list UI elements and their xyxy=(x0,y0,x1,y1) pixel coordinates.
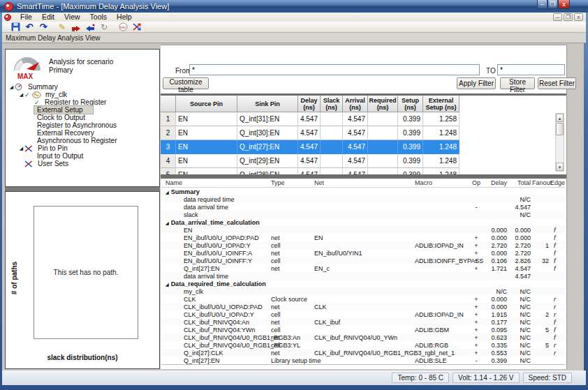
mdi-close-button[interactable]: x xyxy=(574,13,583,21)
detail-data-row[interactable]: EN_ibuf/U0/U_IOINFF:AnetEN_ibuf/U0/YIN1+… xyxy=(161,249,566,257)
scroll-down-arrow[interactable]: ▼ xyxy=(556,163,564,171)
detail-data-row[interactable]: CLK_ibuf_RNIVQ04/U0_RGB1_RGB3:AnnetCLK_i… xyxy=(161,333,566,341)
cross-icon xyxy=(24,160,35,167)
menu-help[interactable]: Help xyxy=(112,13,137,22)
detail-edge-cell: r xyxy=(550,311,565,318)
paths-table-row-1[interactable]: 1ENQ_int[31]:EN4.5474.5470.3991.258 xyxy=(161,112,566,126)
section-expander-icon[interactable]: ◢ xyxy=(166,283,169,287)
detail-op-cell: + xyxy=(470,319,483,326)
scroll-up-arrow[interactable]: ▲ xyxy=(556,114,564,122)
detail-fanout-cell: 5 xyxy=(531,342,550,349)
detail-section-row[interactable]: ◢Data_arrival_time_calculation xyxy=(161,218,566,226)
statusbar: Temp: 0 - 85 C Volt: 1.14 - 1.26 V Speed… xyxy=(2,370,586,385)
menu-tools[interactable]: Tools xyxy=(85,13,112,22)
expander-icon[interactable]: ◢ xyxy=(18,92,24,98)
detail-data-row[interactable]: EN_ibuf/U0/U_IOPAD:PADnetEN+0.0000.000f xyxy=(161,234,566,241)
min-badge-icon[interactable]: min xyxy=(117,22,129,32)
detail-data-row[interactable]: Q_int[27]:CLKnetCLK_ibuf_RNIVQ04/U0_RGB1… xyxy=(161,349,566,357)
close-button[interactable]: x xyxy=(558,0,570,9)
tree-item-asynchronous-to-register[interactable]: Asynchronous to Register xyxy=(6,137,159,144)
apply-filter-button[interactable]: Apply Filter xyxy=(457,77,496,89)
tree-item-summary[interactable]: ◢Summary xyxy=(6,83,159,91)
detail-section-row[interactable]: ◢Summary xyxy=(161,188,566,195)
paths-table-row-5[interactable]: 5ENQ_int[28]:EN4.5474.5470.3991.248 xyxy=(161,168,566,174)
paths-table-scrollbar[interactable]: ▲ ▼ xyxy=(555,113,564,172)
tree-item-register-to-asynchronous[interactable]: Register to Asynchronous xyxy=(6,121,159,129)
section-expander-icon[interactable]: ◢ xyxy=(166,221,169,225)
detail-type-cell: net xyxy=(270,334,314,341)
paths-table-row-4[interactable]: 4ENQ_int[29]:EN4.5474.5470.3991.248 xyxy=(161,154,566,168)
menu-view[interactable]: View xyxy=(59,13,85,22)
detail-data-row[interactable]: CLK_ibuf/U0/U_IOPAD:PADnetCLK+0.000N/Cr xyxy=(161,303,566,310)
tree-item-my_clk[interactable]: ◢✓my_clk xyxy=(6,91,159,98)
workspace: MAX Analysis for scenario Primary ◢Summa… xyxy=(2,43,584,370)
detail-data-row[interactable]: CLK_ibuf_RNIVQ04:AnnetCLK_ibuf+0.177N/Cf xyxy=(161,318,566,326)
detail-data-row[interactable]: CLK_ibuf_RNIVQ04:YWncellADLIB:GBM+0.095N… xyxy=(161,326,566,333)
mdi-restore-button[interactable]: ❐ xyxy=(564,13,573,21)
customize-table-button[interactable]: Customize table xyxy=(163,77,209,89)
tree-item-input-to-output[interactable]: Input to Output xyxy=(6,152,159,160)
tree-item-clock-to-output[interactable]: Clock to Output xyxy=(6,114,159,121)
row-number-cell: 3 xyxy=(161,140,176,154)
reset-filter-button[interactable]: Reset Filter xyxy=(538,77,576,89)
section-expander-icon[interactable]: ◢ xyxy=(166,190,169,195)
tree-item-label: Asynchronous to Register xyxy=(34,137,120,144)
setup-cell: 0.399 xyxy=(398,126,423,140)
detail-data-row[interactable]: CLK_ibuf/U0/U_IOPAD:YcellADLIB:IOPAD_IN+… xyxy=(161,310,566,318)
detail-op-cell: + xyxy=(470,327,483,333)
expander-icon[interactable]: ◢ xyxy=(18,146,24,151)
detail-data-row[interactable]: Q_int[27]:ENnetEN_c+1.7214.547f xyxy=(161,264,566,272)
detail-data-row[interactable]: Q_int[27]:ENLibrary setup timeADLIB:SLE-… xyxy=(161,357,566,364)
window-title: SmartTime - [Maximum Delay Analysis View… xyxy=(17,2,169,10)
detail-net-cell: EN xyxy=(314,234,414,241)
detail-data-row[interactable]: data arrival time-4.547 xyxy=(161,203,566,211)
path-set-icon[interactable] xyxy=(131,22,143,32)
required-cell xyxy=(368,140,398,154)
detail-type-cell: cell xyxy=(270,327,314,333)
detail-data-row[interactable]: data required timeN/C xyxy=(161,195,566,203)
recalculate-icon[interactable]: ↻ xyxy=(98,22,110,32)
detail-data-row[interactable]: EN0.0000.000f xyxy=(161,226,566,234)
min-delay-analysis-icon[interactable] xyxy=(84,22,96,32)
constraints-editor-icon[interactable]: ✎ xyxy=(56,22,68,32)
menu-edit[interactable]: Edit xyxy=(37,13,59,22)
detail-data-row[interactable]: data arrival time4.547 xyxy=(161,272,566,280)
detail-section-row[interactable]: ◢Data_required_time_calculation xyxy=(161,280,566,287)
from-input[interactable] xyxy=(189,64,480,75)
detail-net-cell: EN_c xyxy=(314,265,414,272)
tree-item-pin-to-pin[interactable]: ◢Pin to Pin xyxy=(6,144,159,152)
detail-data-row[interactable]: slackN/C xyxy=(161,211,566,218)
detail-data-row[interactable]: CLK_ibuf_RNIVQ04/U0_RGB1_RGB3:YLcellADLI… xyxy=(161,341,566,349)
paths-table-row-3[interactable]: 3ENQ_int[27]:EN4.5474.5470.3991.248 xyxy=(161,140,566,154)
detail-total-cell: 4.547 xyxy=(508,273,531,280)
row-filler xyxy=(460,140,566,154)
detail-data-row[interactable]: my_clkN/CN/C xyxy=(161,287,566,295)
checkmark-icon: ✓ xyxy=(34,99,42,106)
tree-item-external-recovery[interactable]: External Recovery xyxy=(6,129,159,137)
scenario-caption: Analysis for scenario xyxy=(49,58,113,66)
store-filter-button[interactable]: Store Filter xyxy=(500,77,535,89)
detail-data-row[interactable]: EN_ibuf/U0/U_IOPAD:YcellADLIB:IOPAD_IN+2… xyxy=(161,241,566,249)
detail-data-row[interactable]: EN_ibuf/U0/U_IOINFF:YcellADLIB:IOINFF_BY… xyxy=(161,257,566,264)
detail-macro-cell: ADLIB:IOPAD_IN xyxy=(414,311,470,318)
detail-delay-cell: 0.623 xyxy=(483,334,508,341)
detail-data-row[interactable]: CLKClock source+0.000N/Cr xyxy=(161,295,566,303)
tab-maximum-delay-analysis-view[interactable]: Maximum Delay Analysis View xyxy=(2,34,100,42)
tree-item-label: External Recovery xyxy=(34,129,97,137)
expander-icon[interactable]: ◢ xyxy=(8,84,15,90)
maximize-button[interactable]: ❐ xyxy=(547,0,558,9)
undo-icon[interactable]: ↶ xyxy=(23,22,36,32)
minimize-button[interactable]: – xyxy=(537,0,547,9)
tree-item-external-setup[interactable]: External Setup xyxy=(6,106,159,114)
to-input[interactable] xyxy=(497,64,565,75)
tree-item-register-to-register[interactable]: ✓Register to Register xyxy=(6,98,159,106)
scroll-thumb[interactable] xyxy=(556,123,564,135)
paths-table-row-2[interactable]: 2ENQ_int[30]:EN4.5474.5470.3991.248 xyxy=(161,126,566,140)
child-window-icon[interactable] xyxy=(4,14,11,21)
mdi-minimize-button[interactable]: – xyxy=(553,13,562,21)
redo-icon[interactable]: ↷ xyxy=(37,22,50,32)
max-delay-analysis-icon[interactable] xyxy=(70,22,82,32)
save-icon[interactable] xyxy=(9,22,22,32)
tree-item-user-sets[interactable]: User Sets xyxy=(6,160,159,167)
menu-file[interactable]: File xyxy=(15,13,37,22)
